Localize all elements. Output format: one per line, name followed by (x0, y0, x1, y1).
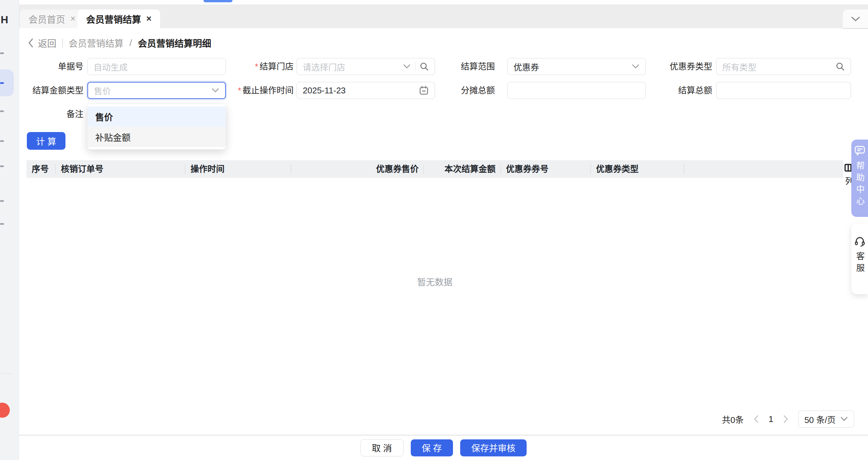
logo-fragment: H (1, 14, 8, 26)
chevron-left-icon (28, 38, 33, 48)
prev-page-button[interactable] (753, 415, 759, 423)
sidebar-active-item-dash (0, 82, 4, 84)
tab-member-home[interactable]: 会员首页 × (20, 9, 84, 28)
settle-total-input[interactable] (716, 82, 851, 99)
tab-label: 会员营销结算 (86, 12, 141, 26)
breadcrumb-divider (62, 38, 63, 48)
help-center-button[interactable]: 帮助中心 (851, 140, 868, 217)
settle-scope-label: 结算范围 (435, 58, 495, 75)
page-size-value: 50 条/页 (805, 413, 836, 425)
column-header-blank (684, 160, 843, 178)
sidebar-item-fragment[interactable] (0, 166, 4, 167)
next-page-button[interactable] (783, 415, 788, 423)
document-no-placeholder: 自动生成 (94, 61, 220, 73)
member-marketing-settlement-page: H 会员首页 × 会员营销结算 × 返回 会 (0, 0, 868, 460)
chevron-down-icon (840, 416, 848, 422)
settle-total-label: 结算总额 (643, 82, 712, 99)
deadline-value: 2025-11-23 (303, 86, 419, 96)
table-header: 序号 核销订单号 操作时间 优惠券售价 本次结算金额 优惠券券号 优惠券类型 (27, 160, 843, 178)
search-icon[interactable] (420, 62, 429, 71)
headset-icon (854, 236, 865, 247)
column-header-coupon-price[interactable]: 优惠券售价 (291, 160, 424, 178)
save-button[interactable]: 保 存 (411, 439, 453, 456)
required-mark: * (255, 62, 258, 71)
empty-state-text: 暂无数据 (27, 275, 843, 288)
column-header-coupon-type[interactable]: 优惠券类型 (591, 160, 684, 178)
settle-amount-type-select[interactable]: 售价 (87, 82, 226, 99)
settle-scope-value: 优惠券 (514, 61, 632, 73)
notification-badge[interactable] (0, 403, 10, 418)
field-divider (415, 62, 416, 71)
customer-service-label: 客服 (856, 252, 864, 275)
document-no-input[interactable]: 自动生成 (87, 58, 226, 75)
search-icon[interactable] (836, 62, 845, 71)
back-button[interactable]: 返回 (28, 36, 56, 50)
pagination: 共0条 1 50 条/页 (722, 410, 854, 428)
top-nav-active-fragment (204, 0, 232, 2)
chevron-left-icon (753, 415, 759, 423)
chevron-right-icon (783, 415, 788, 423)
save-and-audit-button[interactable]: 保存并审核 (460, 439, 527, 456)
sidebar-item-fragment[interactable] (0, 110, 4, 112)
coupon-type-input[interactable]: 所有类型 (716, 58, 851, 75)
column-header-operate-time[interactable]: 操作时间 (185, 160, 291, 178)
tab-member-marketing-settlement[interactable]: 会员营销结算 × (78, 9, 160, 28)
chevron-down-icon (851, 16, 861, 22)
settle-store-label: *结算门店 (226, 58, 293, 75)
breadcrumb-current: 会员营销结算明细 (138, 36, 211, 50)
remark-label: 备注 (27, 106, 84, 122)
close-icon[interactable]: × (146, 15, 152, 23)
coupon-type-label: 优惠券类型 (643, 58, 712, 75)
settle-scope-select[interactable]: 优惠券 (507, 58, 646, 75)
sidebar-item-fragment[interactable] (0, 140, 4, 142)
tab-bar: 会员首页 × 会员营销结算 × (19, 5, 868, 28)
close-icon[interactable]: × (70, 15, 75, 23)
sidebar-item-fragment[interactable] (0, 52, 4, 54)
share-total-label: 分摊总额 (435, 82, 495, 99)
calculate-button[interactable]: 计 算 (27, 132, 65, 150)
required-mark: * (238, 86, 241, 95)
share-total-input[interactable] (507, 82, 646, 99)
breadcrumb-separator: / (130, 38, 132, 48)
deadline-label: *截止操作时间 (226, 82, 293, 99)
column-header-seq[interactable]: 序号 (27, 160, 56, 178)
sidebar-item-fragment[interactable] (0, 223, 4, 225)
tab-overflow-button[interactable] (843, 9, 868, 28)
dropdown-option-shoujia[interactable]: 售价 (87, 107, 226, 127)
current-page[interactable]: 1 (769, 414, 773, 424)
footer-action-bar: 取 消 保 存 保存并审核 (19, 435, 868, 460)
chevron-down-icon (211, 88, 219, 93)
calendar-icon[interactable] (419, 86, 429, 95)
document-no-label: 单据号 (27, 58, 84, 75)
pagination-total: 共0条 (722, 413, 744, 425)
deadline-date-input[interactable]: 2025-11-23 (297, 82, 435, 99)
chat-bubble-icon (854, 145, 865, 156)
settle-amount-type-label: 结算金额类型 (27, 82, 84, 99)
tab-label: 会员首页 (29, 12, 65, 26)
sidebar-item-fragment[interactable] (0, 200, 4, 202)
page-size-select[interactable]: 50 条/页 (798, 410, 854, 428)
column-header-settle-amount[interactable]: 本次结算金额 (424, 160, 501, 178)
cancel-button[interactable]: 取 消 (360, 439, 404, 456)
sidebar-collapsed-sliver: H (0, 0, 19, 460)
column-header-order-no[interactable]: 核销订单号 (56, 160, 185, 178)
help-center-label: 帮助中心 (856, 161, 864, 208)
customer-service-button[interactable]: 客服 (851, 224, 868, 294)
dropdown-option-butie[interactable]: 补贴金额 (87, 127, 226, 147)
settle-amount-type-dropdown: 售价 补贴金额 (87, 104, 226, 149)
settle-amount-type-placeholder: 售价 (94, 85, 211, 97)
top-strip (19, 0, 868, 5)
column-header-coupon-no[interactable]: 优惠券券号 (501, 160, 591, 178)
chevron-down-icon (632, 64, 640, 69)
chevron-down-icon (403, 64, 411, 69)
settle-store-placeholder: 请选择门店 (303, 61, 403, 73)
settle-store-select[interactable]: 请选择门店 (297, 58, 435, 75)
back-label: 返回 (38, 36, 56, 50)
breadcrumb: 返回 会员营销结算 / 会员营销结算明细 (28, 36, 211, 50)
coupon-type-placeholder: 所有类型 (722, 61, 836, 73)
breadcrumb-parent[interactable]: 会员营销结算 (69, 36, 124, 50)
